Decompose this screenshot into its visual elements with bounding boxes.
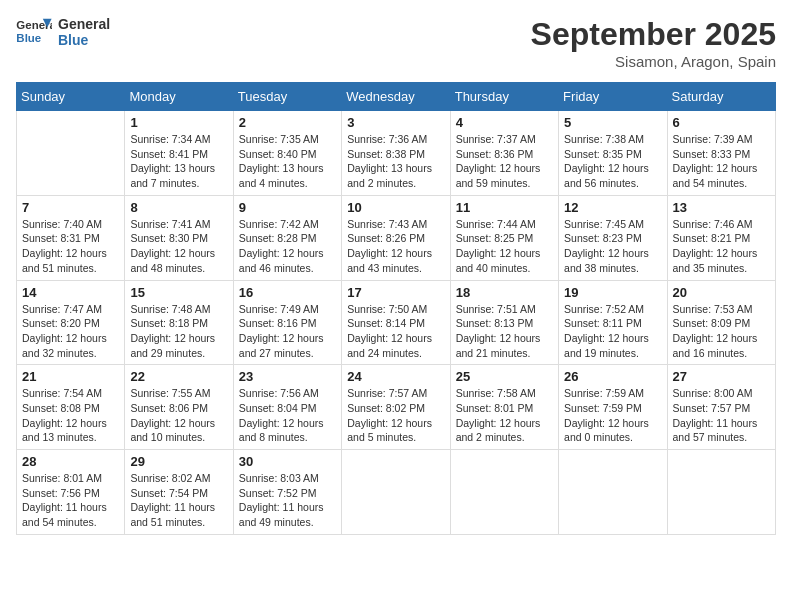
calendar-cell bbox=[342, 450, 450, 535]
day-info: Sunrise: 7:38 AMSunset: 8:35 PMDaylight:… bbox=[564, 132, 661, 191]
calendar-cell: 16Sunrise: 7:49 AMSunset: 8:16 PMDayligh… bbox=[233, 280, 341, 365]
day-info: Sunrise: 7:46 AMSunset: 8:21 PMDaylight:… bbox=[673, 217, 770, 276]
day-info: Sunrise: 7:52 AMSunset: 8:11 PMDaylight:… bbox=[564, 302, 661, 361]
calendar-cell: 20Sunrise: 7:53 AMSunset: 8:09 PMDayligh… bbox=[667, 280, 775, 365]
day-number: 1 bbox=[130, 115, 227, 130]
day-info: Sunrise: 7:40 AMSunset: 8:31 PMDaylight:… bbox=[22, 217, 119, 276]
day-number: 4 bbox=[456, 115, 553, 130]
day-number: 9 bbox=[239, 200, 336, 215]
calendar-cell: 1Sunrise: 7:34 AMSunset: 8:41 PMDaylight… bbox=[125, 111, 233, 196]
day-number: 18 bbox=[456, 285, 553, 300]
day-number: 24 bbox=[347, 369, 444, 384]
month-title: September 2025 bbox=[531, 16, 776, 53]
day-number: 20 bbox=[673, 285, 770, 300]
day-info: Sunrise: 7:42 AMSunset: 8:28 PMDaylight:… bbox=[239, 217, 336, 276]
location-title: Sisamon, Aragon, Spain bbox=[531, 53, 776, 70]
day-number: 27 bbox=[673, 369, 770, 384]
day-number: 21 bbox=[22, 369, 119, 384]
calendar-cell bbox=[450, 450, 558, 535]
calendar-cell: 19Sunrise: 7:52 AMSunset: 8:11 PMDayligh… bbox=[559, 280, 667, 365]
day-info: Sunrise: 7:47 AMSunset: 8:20 PMDaylight:… bbox=[22, 302, 119, 361]
day-info: Sunrise: 7:59 AMSunset: 7:59 PMDaylight:… bbox=[564, 386, 661, 445]
day-number: 3 bbox=[347, 115, 444, 130]
day-info: Sunrise: 7:45 AMSunset: 8:23 PMDaylight:… bbox=[564, 217, 661, 276]
calendar-cell: 2Sunrise: 7:35 AMSunset: 8:40 PMDaylight… bbox=[233, 111, 341, 196]
calendar-cell: 3Sunrise: 7:36 AMSunset: 8:38 PMDaylight… bbox=[342, 111, 450, 196]
calendar-cell: 7Sunrise: 7:40 AMSunset: 8:31 PMDaylight… bbox=[17, 195, 125, 280]
day-number: 11 bbox=[456, 200, 553, 215]
calendar-cell: 14Sunrise: 7:47 AMSunset: 8:20 PMDayligh… bbox=[17, 280, 125, 365]
day-info: Sunrise: 7:55 AMSunset: 8:06 PMDaylight:… bbox=[130, 386, 227, 445]
day-info: Sunrise: 7:48 AMSunset: 8:18 PMDaylight:… bbox=[130, 302, 227, 361]
day-number: 29 bbox=[130, 454, 227, 469]
calendar-cell: 17Sunrise: 7:50 AMSunset: 8:14 PMDayligh… bbox=[342, 280, 450, 365]
day-number: 26 bbox=[564, 369, 661, 384]
calendar-cell: 26Sunrise: 7:59 AMSunset: 7:59 PMDayligh… bbox=[559, 365, 667, 450]
calendar-cell: 28Sunrise: 8:01 AMSunset: 7:56 PMDayligh… bbox=[17, 450, 125, 535]
day-number: 13 bbox=[673, 200, 770, 215]
calendar-cell bbox=[17, 111, 125, 196]
day-info: Sunrise: 8:00 AMSunset: 7:57 PMDaylight:… bbox=[673, 386, 770, 445]
day-info: Sunrise: 7:43 AMSunset: 8:26 PMDaylight:… bbox=[347, 217, 444, 276]
day-number: 8 bbox=[130, 200, 227, 215]
day-info: Sunrise: 7:58 AMSunset: 8:01 PMDaylight:… bbox=[456, 386, 553, 445]
calendar-table: SundayMondayTuesdayWednesdayThursdayFrid… bbox=[16, 82, 776, 535]
day-number: 12 bbox=[564, 200, 661, 215]
day-info: Sunrise: 7:56 AMSunset: 8:04 PMDaylight:… bbox=[239, 386, 336, 445]
calendar-cell bbox=[559, 450, 667, 535]
day-info: Sunrise: 7:36 AMSunset: 8:38 PMDaylight:… bbox=[347, 132, 444, 191]
calendar-cell: 9Sunrise: 7:42 AMSunset: 8:28 PMDaylight… bbox=[233, 195, 341, 280]
calendar-cell: 5Sunrise: 7:38 AMSunset: 8:35 PMDaylight… bbox=[559, 111, 667, 196]
day-number: 15 bbox=[130, 285, 227, 300]
calendar-cell: 10Sunrise: 7:43 AMSunset: 8:26 PMDayligh… bbox=[342, 195, 450, 280]
day-info: Sunrise: 7:54 AMSunset: 8:08 PMDaylight:… bbox=[22, 386, 119, 445]
day-number: 22 bbox=[130, 369, 227, 384]
page-header: General Blue General Blue September 2025… bbox=[16, 16, 776, 70]
day-number: 10 bbox=[347, 200, 444, 215]
day-info: Sunrise: 7:41 AMSunset: 8:30 PMDaylight:… bbox=[130, 217, 227, 276]
logo-name: General Blue bbox=[58, 16, 110, 48]
calendar-cell: 23Sunrise: 7:56 AMSunset: 8:04 PMDayligh… bbox=[233, 365, 341, 450]
calendar-cell: 8Sunrise: 7:41 AMSunset: 8:30 PMDaylight… bbox=[125, 195, 233, 280]
calendar-cell: 24Sunrise: 7:57 AMSunset: 8:02 PMDayligh… bbox=[342, 365, 450, 450]
weekday-header: Saturday bbox=[667, 83, 775, 111]
calendar-cell: 4Sunrise: 7:37 AMSunset: 8:36 PMDaylight… bbox=[450, 111, 558, 196]
calendar-cell: 6Sunrise: 7:39 AMSunset: 8:33 PMDaylight… bbox=[667, 111, 775, 196]
day-info: Sunrise: 8:02 AMSunset: 7:54 PMDaylight:… bbox=[130, 471, 227, 530]
day-info: Sunrise: 7:51 AMSunset: 8:13 PMDaylight:… bbox=[456, 302, 553, 361]
day-info: Sunrise: 8:03 AMSunset: 7:52 PMDaylight:… bbox=[239, 471, 336, 530]
calendar-cell: 27Sunrise: 8:00 AMSunset: 7:57 PMDayligh… bbox=[667, 365, 775, 450]
day-info: Sunrise: 7:53 AMSunset: 8:09 PMDaylight:… bbox=[673, 302, 770, 361]
svg-text:Blue: Blue bbox=[16, 32, 41, 44]
weekday-header: Tuesday bbox=[233, 83, 341, 111]
weekday-header: Friday bbox=[559, 83, 667, 111]
day-number: 30 bbox=[239, 454, 336, 469]
day-number: 19 bbox=[564, 285, 661, 300]
day-number: 14 bbox=[22, 285, 119, 300]
title-block: September 2025 Sisamon, Aragon, Spain bbox=[531, 16, 776, 70]
weekday-header: Sunday bbox=[17, 83, 125, 111]
calendar-cell: 12Sunrise: 7:45 AMSunset: 8:23 PMDayligh… bbox=[559, 195, 667, 280]
day-number: 16 bbox=[239, 285, 336, 300]
day-info: Sunrise: 7:34 AMSunset: 8:41 PMDaylight:… bbox=[130, 132, 227, 191]
day-number: 23 bbox=[239, 369, 336, 384]
calendar-cell: 25Sunrise: 7:58 AMSunset: 8:01 PMDayligh… bbox=[450, 365, 558, 450]
day-info: Sunrise: 8:01 AMSunset: 7:56 PMDaylight:… bbox=[22, 471, 119, 530]
calendar-cell: 22Sunrise: 7:55 AMSunset: 8:06 PMDayligh… bbox=[125, 365, 233, 450]
day-info: Sunrise: 7:35 AMSunset: 8:40 PMDaylight:… bbox=[239, 132, 336, 191]
day-number: 6 bbox=[673, 115, 770, 130]
calendar-cell bbox=[667, 450, 775, 535]
day-info: Sunrise: 7:37 AMSunset: 8:36 PMDaylight:… bbox=[456, 132, 553, 191]
day-info: Sunrise: 7:44 AMSunset: 8:25 PMDaylight:… bbox=[456, 217, 553, 276]
day-number: 7 bbox=[22, 200, 119, 215]
calendar-cell: 15Sunrise: 7:48 AMSunset: 8:18 PMDayligh… bbox=[125, 280, 233, 365]
logo-icon: General Blue bbox=[16, 17, 52, 47]
calendar-cell: 21Sunrise: 7:54 AMSunset: 8:08 PMDayligh… bbox=[17, 365, 125, 450]
day-number: 2 bbox=[239, 115, 336, 130]
weekday-header: Thursday bbox=[450, 83, 558, 111]
calendar-cell: 13Sunrise: 7:46 AMSunset: 8:21 PMDayligh… bbox=[667, 195, 775, 280]
day-info: Sunrise: 7:49 AMSunset: 8:16 PMDaylight:… bbox=[239, 302, 336, 361]
calendar-cell: 11Sunrise: 7:44 AMSunset: 8:25 PMDayligh… bbox=[450, 195, 558, 280]
day-number: 17 bbox=[347, 285, 444, 300]
weekday-header: Wednesday bbox=[342, 83, 450, 111]
